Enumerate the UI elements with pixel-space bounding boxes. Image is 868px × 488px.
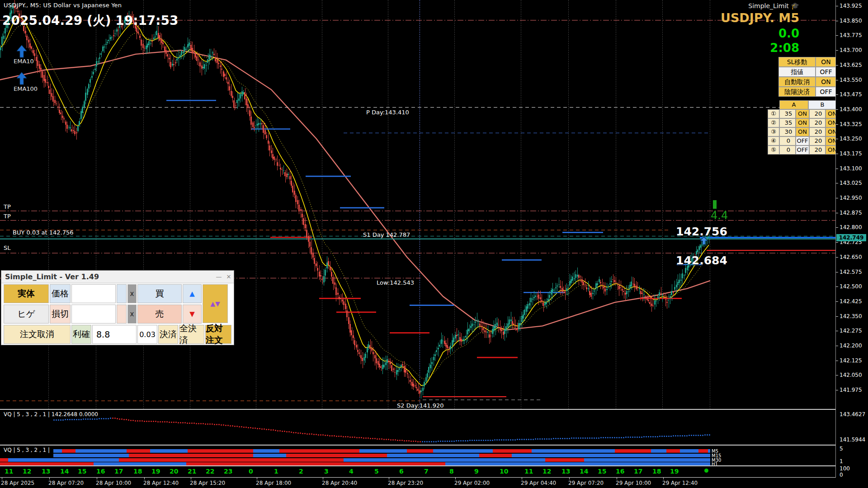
date-tick <box>522 478 522 479</box>
candle-wick <box>534 291 534 301</box>
vq-dot <box>325 435 326 436</box>
date-tick <box>663 478 664 479</box>
wick-mode-button[interactable]: ヒゲ <box>4 305 49 324</box>
candle <box>226 77 227 80</box>
vq-dot <box>386 439 387 440</box>
current-price-box: 142.749 <box>836 234 866 241</box>
b-toggle-button[interactable]: ON <box>826 145 835 155</box>
close-all-button[interactable]: 全決済 <box>179 325 204 344</box>
b-value[interactable]: 20 <box>809 127 826 136</box>
vq-dot <box>569 438 570 439</box>
candle <box>334 282 335 285</box>
vq-dot <box>69 419 71 420</box>
stoploss-input[interactable] <box>71 305 116 324</box>
price-step-cell[interactable] <box>117 284 127 303</box>
b-value[interactable]: 20 <box>809 118 826 127</box>
vq-dot <box>447 441 448 442</box>
stop-step-cell[interactable] <box>117 305 127 324</box>
lot-size-field[interactable]: 0.03 <box>137 325 157 344</box>
candle-wick <box>254 121 255 131</box>
cancel-order-button[interactable]: 注文取消 <box>4 325 71 344</box>
candle <box>345 304 346 309</box>
candle <box>637 287 638 288</box>
tf-trend-segment <box>253 449 279 453</box>
a-toggle-button[interactable]: ON <box>796 127 809 136</box>
stoploss-label-button[interactable]: 損切 <box>50 305 71 324</box>
a-toggle-button[interactable]: ON <box>796 109 809 118</box>
vq-dot <box>578 437 579 439</box>
a-value[interactable]: 35 <box>779 118 796 127</box>
a-toggle-button[interactable]: OFF <box>796 136 809 145</box>
vq-dot <box>282 431 283 432</box>
date-tick <box>2 478 2 479</box>
toggle-value-button[interactable]: ON <box>816 57 835 67</box>
vq-dot <box>329 435 330 436</box>
current-bar-marker <box>704 469 708 473</box>
time-axis[interactable]: 28 Apr 202528 Apr 07:2028 Apr 10:0028 Ap… <box>0 478 868 488</box>
vq-multitf-window[interactable]: VQ | 5 , 3 , 2 , 1 | M5M15M30H1 <box>0 446 835 466</box>
takeprofit-label-button[interactable]: 利確 <box>71 325 91 344</box>
sub-scale-label: 5 <box>840 446 843 452</box>
b-toggle-button[interactable]: ON <box>826 109 835 118</box>
b-toggle-button[interactable]: ON <box>826 127 835 136</box>
vq-dot <box>142 420 143 422</box>
price-label-button[interactable]: 価格 <box>50 284 71 303</box>
vq-indicator-window[interactable]: VQ | 5 , 3 , 2 , 1 | 142.2648 0.0000 <box>0 410 835 446</box>
vq-dot <box>354 436 355 438</box>
hour-label: 0 <box>249 468 253 475</box>
vq-dot <box>105 418 107 419</box>
vq-dot <box>472 440 473 441</box>
sell-button[interactable]: 売 <box>137 305 182 324</box>
price-input[interactable] <box>71 284 116 303</box>
b-toggle-button[interactable]: ON <box>826 136 835 145</box>
vq-dot <box>291 432 292 433</box>
close-position-button[interactable]: 決済 <box>158 325 178 344</box>
a-value[interactable]: 0 <box>779 145 796 155</box>
body-mode-button[interactable]: 実体 <box>4 284 49 303</box>
scale-tick-label: 142.800 <box>840 224 862 230</box>
b-toggle-button[interactable]: ON <box>826 118 835 127</box>
candle <box>420 390 422 392</box>
toggle-value-button[interactable]: OFF <box>816 87 835 97</box>
tf-trend-segment <box>53 449 62 453</box>
candle <box>108 40 109 41</box>
candle-wick <box>653 299 653 307</box>
reverse-order-button[interactable]: 反対注文 <box>205 325 231 344</box>
hour-ruler-window[interactable]: 1112131415161718192021222301234567891011… <box>0 466 835 478</box>
a-value[interactable]: 35 <box>779 109 796 118</box>
price-scale[interactable]: 142.749 143.925143.850143.775143.700143.… <box>835 0 868 488</box>
toggle-row: SL移動ON <box>778 57 835 67</box>
toggle-value-button[interactable]: OFF <box>816 67 835 77</box>
b-value[interactable]: 20 <box>809 109 826 118</box>
vq-dot <box>218 424 220 425</box>
candle-wick <box>514 317 514 329</box>
scale-tick <box>836 154 838 154</box>
b-value[interactable]: 20 <box>809 145 826 155</box>
main-chart[interactable]: P Day:143.410TPTPS1 Day 142.787BUY 0.03 … <box>0 0 835 410</box>
vq-dot <box>71 419 73 420</box>
b-value[interactable]: 20 <box>809 136 826 145</box>
sell-arrow-button[interactable]: ▼ <box>183 305 202 324</box>
a-value[interactable]: 30 <box>779 127 796 136</box>
candle <box>670 296 671 298</box>
toggle-value-button[interactable]: ON <box>816 77 835 87</box>
candle <box>235 105 236 106</box>
buy-arrow-button[interactable]: ▲ <box>183 284 202 303</box>
a-value[interactable]: 0 <box>779 136 796 145</box>
candle <box>300 209 302 211</box>
a-toggle-button[interactable]: OFF <box>796 145 809 155</box>
buy-button[interactable]: 買 <box>137 284 182 303</box>
candle <box>254 127 255 128</box>
toggle-label: 自動取消 <box>778 77 816 87</box>
a-toggle-button[interactable]: ON <box>796 118 809 127</box>
takeprofit-input[interactable]: 8.8 <box>92 325 137 344</box>
clear-stop-button[interactable]: x <box>127 305 137 324</box>
candle <box>118 30 119 30</box>
clear-price-button[interactable]: x <box>127 284 137 303</box>
dialog-titlebar[interactable]: Simple_Limit - Ver 1.49 — ✕ <box>1 271 234 283</box>
minimize-icon[interactable]: — <box>214 273 224 280</box>
tf-trend-segment <box>186 462 445 466</box>
simple-limit-dialog[interactable]: Simple_Limit - Ver 1.49 — ✕ 実体 価格 x 買 ▲ … <box>1 270 234 345</box>
candle <box>297 200 298 204</box>
close-icon[interactable]: ✕ <box>224 273 234 280</box>
